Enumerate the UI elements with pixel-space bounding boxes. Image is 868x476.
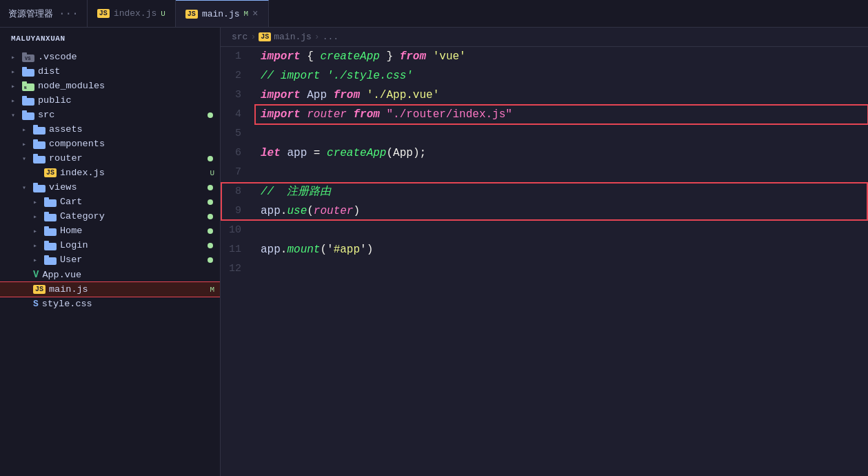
breadcrumb-dots: ... (323, 32, 339, 42)
folder-icon-vscode: VS (22, 52, 34, 62)
svg-rect-13 (33, 125, 38, 128)
line-content-2: // import './style.css' (255, 66, 868, 86)
line-number-1: 1 (221, 47, 255, 66)
svg-rect-29 (44, 255, 49, 259)
code-line-6: 6 let app = createApp(App); (221, 143, 868, 163)
breadcrumb-js-icon: JS (259, 32, 271, 41)
folder-icon-cart (44, 197, 57, 207)
line-content-4: import router from "./router/index.js" (255, 105, 868, 124)
arrow-icon (11, 53, 22, 61)
item-label-router: router (49, 153, 208, 163)
breadcrumb-file: main.js (274, 32, 312, 42)
badge-router-index: U (210, 169, 214, 177)
sidebar-item-category[interactable]: Category (0, 209, 220, 224)
line-number-11: 11 (221, 240, 255, 259)
sidebar-item-cart[interactable]: Cart (0, 195, 220, 209)
badge-main-js: M (210, 286, 214, 294)
sidebar-item-node-modules[interactable]: N node_modules (0, 79, 220, 93)
code-line-3: 3 import App from './App.vue' (221, 86, 868, 105)
arrow-icon (11, 68, 22, 76)
line-content-9: app.use(router) (255, 201, 868, 221)
code-line-4: 4 import router from "./router/index.js" (221, 105, 868, 124)
sidebar-item-home[interactable]: Home (0, 224, 220, 238)
code-editor[interactable]: 1 import { createApp } from 'vue' 2 // i… (221, 47, 868, 476)
item-label-main-js: main.js (49, 284, 210, 295)
item-label-router-index: index.js (60, 168, 210, 178)
modified-dot-home (208, 228, 213, 234)
tab-index-js[interactable]: JS index.js U (88, 0, 176, 27)
js-icon-1: JS (97, 9, 110, 18)
explorer-dots[interactable]: ··· (59, 8, 79, 20)
item-label-user: User (60, 255, 208, 265)
explorer-tab[interactable]: 资源管理器 ··· (0, 0, 88, 27)
svg-rect-15 (33, 139, 38, 143)
sidebar-item-public[interactable]: public (0, 93, 220, 108)
sidebar-item-assets[interactable]: assets (0, 122, 220, 137)
line-number-7: 7 (221, 163, 255, 182)
code-line-8: 8 // 注册路由 (221, 182, 868, 201)
line-content-6: let app = createApp(App); (255, 143, 868, 163)
modified-dot-router (208, 156, 213, 161)
svg-rect-27 (44, 241, 49, 244)
folder-icon-home (44, 226, 57, 236)
arrow-icon (33, 241, 44, 250)
code-line-10: 10 (221, 221, 868, 240)
js-file-icon-router-index: JS (44, 168, 57, 177)
arrow-icon (11, 97, 22, 105)
breadcrumb: src › JS main.js › ... (221, 28, 868, 47)
sidebar-item-src[interactable]: src (0, 108, 220, 122)
folder-icon-src (22, 110, 34, 120)
close-icon[interactable]: × (252, 9, 258, 19)
line-content-10 (255, 221, 868, 240)
arrow-icon (11, 82, 22, 90)
line-content-1: import { createApp } from 'vue' (255, 47, 868, 66)
sidebar-item-dist[interactable]: dist (0, 64, 220, 79)
line-number-8: 8 (221, 182, 255, 201)
css-file-icon: S (33, 299, 39, 309)
arrow-icon (33, 198, 44, 206)
sidebar-item-login[interactable]: Login (0, 238, 220, 252)
breadcrumb-src: src (232, 32, 248, 42)
svg-text:VS: VS (25, 56, 30, 61)
svg-rect-9 (22, 96, 27, 99)
folder-icon-router (33, 154, 46, 163)
sidebar-item-user[interactable]: User (0, 252, 220, 267)
item-label-src: src (38, 110, 208, 120)
svg-rect-4 (22, 67, 27, 70)
line-number-5: 5 (221, 124, 255, 143)
arrow-icon-open (22, 184, 33, 192)
line-content-5 (255, 124, 868, 143)
sidebar-item-views[interactable]: views (0, 180, 220, 195)
folder-icon-node: N (22, 81, 34, 91)
item-label-views: views (49, 182, 208, 192)
svg-rect-17 (33, 154, 38, 157)
tab2-badge: M (243, 10, 248, 18)
item-label-components: components (49, 139, 220, 149)
sidebar-item-vscode[interactable]: VS .vscode (0, 50, 220, 64)
sidebar-item-router-index[interactable]: JS index.js U (0, 166, 220, 180)
line-content-7 (255, 163, 868, 182)
code-line-1: 1 import { createApp } from 'vue' (221, 47, 868, 66)
lines-8-9-group: 8 // 注册路由 9 app.use(router) (221, 182, 868, 221)
modified-dot-cart (208, 199, 213, 205)
arrow-icon (33, 256, 44, 264)
sidebar-item-components[interactable]: components (0, 137, 220, 151)
editor-content: 1 import { createApp } from 'vue' 2 // i… (221, 47, 868, 279)
tab-main-js[interactable]: JS main.js M × (176, 0, 269, 27)
line-content-11: app.mount('#app') (255, 240, 868, 259)
line-number-2: 2 (221, 66, 255, 86)
svg-rect-21 (44, 197, 49, 201)
sidebar-item-router[interactable]: router (0, 151, 220, 166)
js-file-icon-main: JS (33, 285, 46, 294)
editor-right: src › JS main.js › ... 1 import { create… (221, 28, 868, 476)
sidebar-item-main-js[interactable]: JS main.js M (0, 282, 220, 297)
sidebar-item-app-vue[interactable]: V App.vue (0, 267, 220, 282)
sidebar-item-style-css[interactable]: S style.css (0, 297, 220, 311)
line-number-3: 3 (221, 86, 255, 105)
code-line-7: 7 (221, 163, 868, 182)
modified-dot-views (208, 185, 213, 190)
svg-rect-25 (44, 226, 49, 230)
root-label: MALUYANXUAN (11, 34, 65, 43)
item-label-vscode: .vscode (38, 52, 220, 62)
arrow-icon (22, 126, 33, 134)
